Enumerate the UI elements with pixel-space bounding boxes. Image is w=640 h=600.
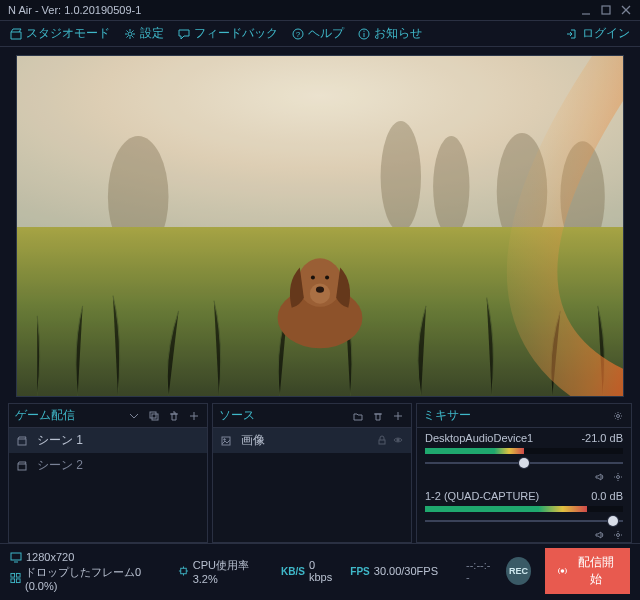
volume-slider[interactable] xyxy=(425,514,623,528)
source-delete-button[interactable] xyxy=(371,409,385,423)
info-label: お知らせ xyxy=(374,25,422,42)
svg-point-36 xyxy=(617,414,620,417)
settings-button[interactable]: 設定 xyxy=(124,25,164,42)
svg-point-38 xyxy=(617,534,620,537)
level-meter xyxy=(425,506,623,512)
lock-icon[interactable] xyxy=(377,434,387,448)
svg-point-37 xyxy=(617,476,620,479)
login-label: ログイン xyxy=(582,25,630,42)
svg-rect-29 xyxy=(18,464,26,470)
svg-rect-25 xyxy=(152,414,158,420)
channel-settings-button[interactable] xyxy=(613,530,623,542)
svg-point-46 xyxy=(561,569,565,573)
title-bar: N Air - Ver: 1.0.20190509-1 xyxy=(0,0,640,21)
window-title: N Air - Ver: 1.0.20190509-1 xyxy=(8,4,141,16)
studio-mode-button[interactable]: スタジオモード xyxy=(10,25,110,42)
level-meter xyxy=(425,448,623,454)
grid-icon xyxy=(10,572,21,584)
svg-rect-1 xyxy=(602,6,610,14)
scene-add-button[interactable] xyxy=(187,409,201,423)
scenes-title: ゲーム配信 xyxy=(15,407,121,424)
image-icon xyxy=(221,436,235,446)
main-toolbar: スタジオモード 設定 フィードバック ? ヘルプ お知らせ ログイン xyxy=(0,21,640,47)
source-folder-button[interactable] xyxy=(351,409,365,423)
resolution-stat: 1280x720 xyxy=(10,551,164,563)
channel-db: -21.0 dB xyxy=(581,432,623,444)
svg-rect-24 xyxy=(150,412,156,418)
scenes-dropdown-button[interactable] xyxy=(127,409,141,423)
channel-name: 1-2 (QUAD-CAPTURE) xyxy=(425,490,539,502)
svg-rect-39 xyxy=(11,553,21,560)
svg-rect-44 xyxy=(16,579,20,583)
studio-mode-label: スタジオモード xyxy=(26,25,110,42)
scene-item-label: シーン 1 xyxy=(37,432,83,449)
info-button[interactable]: お知らせ xyxy=(358,25,422,42)
help-button[interactable]: ? ヘルプ xyxy=(292,25,344,42)
source-item-label: 画像 xyxy=(241,432,265,449)
mute-button[interactable] xyxy=(595,472,605,484)
scene-copy-button[interactable] xyxy=(147,409,161,423)
feedback-button[interactable]: フィードバック xyxy=(178,25,278,42)
svg-rect-41 xyxy=(11,573,15,577)
mixer-channel: DesktopAudioDevice1 -21.0 dB xyxy=(417,428,631,486)
cpu-stat: CPU使用率3.2% xyxy=(178,558,267,585)
svg-rect-43 xyxy=(11,579,15,583)
sources-panel: ソース 画像 xyxy=(212,403,412,543)
mixer-title: ミキサー xyxy=(423,407,605,424)
visibility-icon[interactable] xyxy=(393,434,403,448)
dropped-frames-stat: ドロップしたフレーム0 (0.0%) xyxy=(10,565,164,592)
minimize-button[interactable] xyxy=(580,4,592,16)
svg-point-33 xyxy=(224,438,226,440)
svg-rect-23 xyxy=(17,56,623,396)
mixer-channel: 1-2 (QUAD-CAPTURE) 0.0 dB xyxy=(417,486,631,542)
sources-title: ソース xyxy=(219,407,345,424)
info-icon xyxy=(358,28,370,40)
settings-label: 設定 xyxy=(140,25,164,42)
close-button[interactable] xyxy=(620,4,632,16)
feedback-label: フィードバック xyxy=(194,25,278,42)
start-stream-button[interactable]: 配信開始 xyxy=(545,548,630,594)
login-icon xyxy=(566,28,578,40)
scene-item-label: シーン 2 xyxy=(37,457,83,474)
broadcast-icon xyxy=(557,565,568,577)
mixer-list: DesktopAudioDevice1 -21.0 dB 1-2 (QUAD-C… xyxy=(417,428,631,542)
source-item[interactable]: 画像 xyxy=(213,428,411,453)
svg-point-9 xyxy=(363,30,364,31)
gear-icon xyxy=(124,28,136,40)
scene-item[interactable]: シーン 1 xyxy=(9,428,207,453)
help-icon: ? xyxy=(292,28,304,40)
maximize-button[interactable] xyxy=(600,4,612,16)
sources-list: 画像 xyxy=(213,428,411,542)
channel-db: 0.0 dB xyxy=(591,490,623,502)
mixer-settings-button[interactable] xyxy=(611,409,625,423)
preview-canvas[interactable] xyxy=(16,55,624,397)
svg-rect-28 xyxy=(18,439,26,445)
source-add-button[interactable] xyxy=(391,409,405,423)
mixer-panel: ミキサー DesktopAudioDevice1 -21.0 dB xyxy=(416,403,632,543)
clapboard-icon xyxy=(17,461,31,471)
bitrate-stat: KB/S 0 kbps xyxy=(281,559,336,583)
scenes-panel: ゲーム配信 シーン 1 シーン 2 xyxy=(8,403,208,543)
login-button[interactable]: ログイン xyxy=(566,25,630,42)
chat-icon xyxy=(178,28,190,40)
clapboard-icon xyxy=(10,28,22,40)
svg-point-35 xyxy=(397,438,399,440)
start-stream-label: 配信開始 xyxy=(574,554,618,588)
timecode: --:--:-- xyxy=(466,559,492,583)
svg-rect-45 xyxy=(180,568,185,573)
scene-delete-button[interactable] xyxy=(167,409,181,423)
clapboard-icon xyxy=(17,436,31,446)
monitor-icon xyxy=(10,551,22,563)
svg-rect-42 xyxy=(16,573,20,577)
mute-button[interactable] xyxy=(595,530,605,542)
volume-slider[interactable] xyxy=(425,456,623,470)
status-bar: 1280x720 ドロップしたフレーム0 (0.0%) CPU使用率3.2% K… xyxy=(0,543,640,600)
svg-point-4 xyxy=(128,32,132,36)
scene-item[interactable]: シーン 2 xyxy=(9,453,207,478)
svg-text:?: ? xyxy=(296,30,301,39)
record-button[interactable]: REC xyxy=(506,557,532,585)
channel-settings-button[interactable] xyxy=(613,472,623,484)
cpu-icon xyxy=(178,565,189,577)
help-label: ヘルプ xyxy=(308,25,344,42)
channel-name: DesktopAudioDevice1 xyxy=(425,432,533,444)
